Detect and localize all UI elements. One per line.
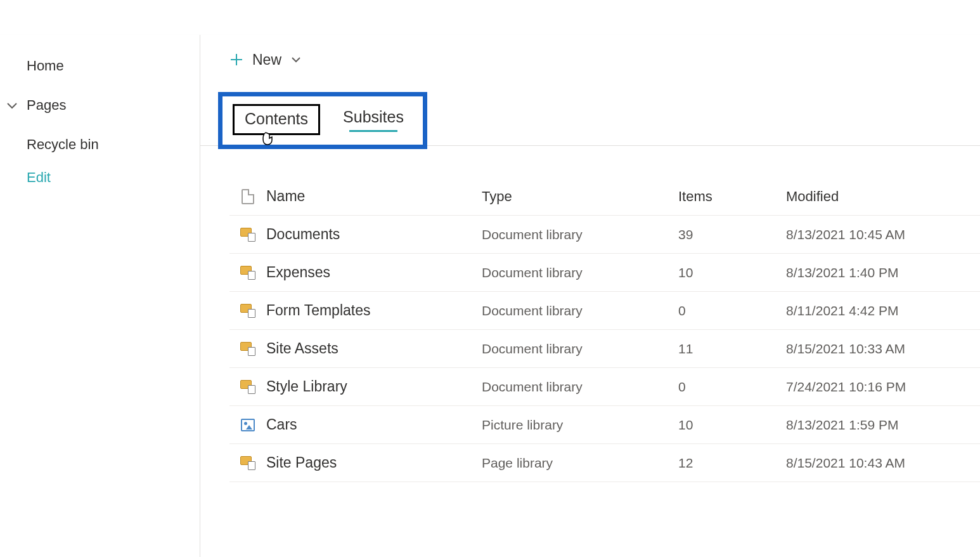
chevron-down-icon	[292, 55, 300, 64]
tabs-region: Contents Subsites	[218, 92, 980, 149]
sidebar: Home Pages Recycle bin Edit	[0, 35, 200, 557]
main-region: New Contents	[200, 35, 980, 557]
new-label: New	[252, 51, 281, 69]
document-library-icon	[240, 266, 255, 280]
row-icon	[229, 304, 266, 318]
new-button[interactable]: New	[229, 51, 300, 69]
row-modified: 8/15/2021 10:43 AM	[786, 455, 980, 471]
edit-nav-link[interactable]: Edit	[0, 169, 200, 186]
document-library-icon	[240, 342, 255, 356]
tab-subsites[interactable]: Subsites	[333, 104, 414, 137]
row-type: Document library	[482, 303, 678, 318]
row-items: 10	[678, 417, 786, 433]
plus-icon	[229, 53, 243, 67]
picture-library-icon	[241, 419, 255, 431]
row-icon	[229, 456, 266, 470]
row-modified: 8/11/2021 4:42 PM	[786, 303, 980, 318]
contents-table: Name Type Items Modified DocumentsDocume…	[229, 178, 980, 482]
header-icon-col	[229, 189, 266, 204]
row-type: Document library	[482, 379, 678, 395]
row-name[interactable]: Expenses	[266, 264, 482, 281]
row-name[interactable]: Form Templates	[266, 302, 482, 319]
sidebar-item-home[interactable]: Home	[0, 46, 200, 86]
sidebar-item-pages[interactable]: Pages	[0, 86, 200, 125]
row-icon	[229, 228, 266, 242]
table-row[interactable]: ExpensesDocument library108/13/2021 1:40…	[229, 254, 980, 292]
row-modified: 8/13/2021 10:45 AM	[786, 227, 980, 242]
header-items[interactable]: Items	[678, 188, 786, 205]
row-icon	[229, 266, 266, 280]
row-items: 0	[678, 379, 786, 395]
row-items: 39	[678, 227, 786, 242]
row-type: Picture library	[482, 417, 678, 433]
sidebar-item-label: Recycle bin	[27, 136, 99, 153]
toolbar: New	[200, 35, 980, 79]
tab-label: Contents	[245, 110, 308, 128]
table-row[interactable]: Site PagesPage library128/15/2021 10:43 …	[229, 444, 980, 482]
row-name[interactable]: Site Assets	[266, 340, 482, 357]
row-items: 10	[678, 265, 786, 280]
tab-underline	[349, 130, 398, 132]
document-library-icon	[240, 228, 255, 242]
document-library-icon	[240, 380, 255, 394]
table-row[interactable]: CarsPicture library108/13/2021 1:59 PM	[229, 406, 980, 444]
row-items: 0	[678, 303, 786, 318]
file-icon	[242, 189, 254, 204]
table-row[interactable]: Style LibraryDocument library07/24/2021 …	[229, 368, 980, 406]
chevron-down-icon[interactable]	[5, 98, 19, 112]
tab-label: Subsites	[343, 108, 404, 126]
row-type: Document library	[482, 341, 678, 357]
row-icon	[229, 380, 266, 394]
row-name[interactable]: Documents	[266, 226, 482, 243]
table-row[interactable]: Site AssetsDocument library118/15/2021 1…	[229, 330, 980, 368]
table-row[interactable]: DocumentsDocument library398/13/2021 10:…	[229, 216, 980, 254]
header-type[interactable]: Type	[482, 188, 678, 205]
table-header: Name Type Items Modified	[229, 178, 980, 216]
document-library-icon	[240, 304, 255, 318]
row-modified: 8/13/2021 1:40 PM	[786, 265, 980, 280]
row-type: Document library	[482, 227, 678, 242]
tab-contents[interactable]: Contents	[233, 104, 320, 135]
sidebar-item-label: Pages	[27, 97, 66, 114]
row-modified: 7/24/2021 10:16 PM	[786, 379, 980, 395]
sidebar-item-label: Home	[27, 58, 64, 74]
row-type: Document library	[482, 265, 678, 280]
row-icon	[229, 342, 266, 356]
row-name[interactable]: Style Library	[266, 378, 482, 395]
highlight-box: Contents Subsites	[218, 92, 427, 149]
header-name[interactable]: Name	[266, 188, 482, 205]
row-items: 12	[678, 455, 786, 471]
row-name[interactable]: Cars	[266, 416, 482, 433]
row-name[interactable]: Site Pages	[266, 454, 482, 471]
row-modified: 8/13/2021 1:59 PM	[786, 417, 980, 433]
document-library-icon	[240, 456, 255, 470]
row-modified: 8/15/2021 10:33 AM	[786, 341, 980, 357]
row-items: 11	[678, 341, 786, 357]
row-type: Page library	[482, 455, 678, 471]
sidebar-item-recycle-bin[interactable]: Recycle bin	[0, 125, 200, 164]
header-modified[interactable]: Modified	[786, 188, 980, 205]
cursor-icon	[261, 131, 274, 150]
table-row[interactable]: Form TemplatesDocument library08/11/2021…	[229, 292, 980, 330]
edit-label: Edit	[27, 169, 51, 185]
row-icon	[229, 419, 266, 431]
